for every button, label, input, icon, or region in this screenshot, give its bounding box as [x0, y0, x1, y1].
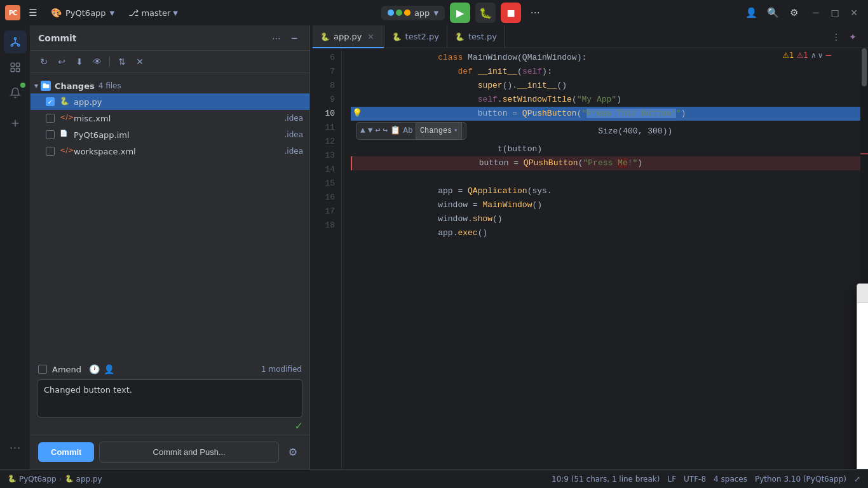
- app-switcher[interactable]: 🎨 PyQt6app ▼: [46, 5, 119, 20]
- code-editor: ⚠1 ⚠1 ∧ ∨ ─ 6 7 8 9 10 11 12 13: [310, 48, 868, 469]
- encoding[interactable]: UTF-8: [684, 475, 706, 484]
- preview-window-title: My App: [862, 288, 868, 298]
- breadcrumb-separator: ›: [59, 475, 62, 484]
- eye-icon[interactable]: 👁: [90, 55, 104, 69]
- svg-rect-8: [11, 69, 14, 72]
- time-icon[interactable]: 🕐: [89, 364, 100, 374]
- maximize-button[interactable]: □: [826, 4, 844, 22]
- tab-label-test2py: test2.py: [405, 32, 439, 41]
- branch-selector[interactable]: ⎇ master ▼: [123, 5, 183, 20]
- file-name-status[interactable]: app.py: [76, 475, 102, 484]
- changes-label: Changes: [55, 81, 95, 91]
- tab-bar-actions: ⋮ ✦: [829, 29, 865, 44]
- changes-dropdown[interactable]: Changes ▾: [416, 122, 462, 140]
- diff-undo-icon[interactable]: ↩: [376, 124, 381, 138]
- scroll-error-line: [860, 153, 868, 154]
- amend-label: Amend: [52, 365, 81, 374]
- user-select-icon[interactable]: 👤: [104, 364, 114, 374]
- diff-down-arrow[interactable]: ▼: [368, 124, 373, 138]
- wc-selector[interactable]: app ▼: [381, 6, 445, 20]
- file-icon-status: 🐍: [65, 475, 74, 483]
- diff-redo-icon[interactable]: ↪: [383, 124, 388, 138]
- user-icon[interactable]: 👤: [742, 4, 760, 22]
- main-layout: ⋯ Commit ⋯ ─ ↻ ↩ ⬇ 👁 ⇅ ✕ ▾ Chan: [0, 25, 868, 469]
- line-ending[interactable]: LF: [667, 475, 676, 484]
- tab-more-icon[interactable]: ⋮: [829, 29, 844, 44]
- scroll-thumb[interactable]: [862, 48, 867, 86]
- commit-button[interactable]: Commit: [38, 442, 94, 462]
- settings-icon[interactable]: ⚙: [785, 4, 803, 22]
- tab-label-testpy: test.py: [468, 32, 497, 41]
- file-checkbox-pyqt6iml[interactable]: [46, 130, 55, 139]
- language[interactable]: Python 3.10 (PyQt6app): [755, 475, 846, 484]
- search-icon[interactable]: 🔍: [764, 4, 782, 22]
- column-expand-icon[interactable]: ⤢: [854, 475, 860, 484]
- changes-folder-icon: [41, 81, 51, 91]
- hamburger-menu[interactable]: ☰: [24, 4, 42, 22]
- svg-line-5: [15, 43, 18, 44]
- debug-button[interactable]: 🐛: [475, 3, 496, 23]
- more-options-icon[interactable]: ⋯: [269, 30, 284, 46]
- undo-icon[interactable]: ↩: [55, 55, 69, 69]
- sort-icon[interactable]: ⇅: [115, 55, 129, 69]
- amend-checkbox[interactable]: [38, 365, 47, 374]
- cursor-position[interactable]: 10:9 (51 chars, 1 line break): [552, 475, 660, 484]
- changes-header[interactable]: ▾ Changes 4 files: [31, 78, 309, 93]
- more-options[interactable]: ⋯: [526, 4, 544, 22]
- ai-assistant-icon[interactable]: ✦: [845, 29, 860, 44]
- svg-point-1: [11, 44, 13, 46]
- sidebar-icons: ⋯: [0, 25, 31, 469]
- commit-push-button[interactable]: Commit and Push...: [99, 442, 279, 463]
- amend-row: Amend 🕐 👤 1 modified: [31, 359, 309, 379]
- editor-area: 🐍 app.py ✕ 🐍 test2.py 🐍 test.py ⋮ ✦ ⚠1: [310, 25, 868, 469]
- file-item-apppy[interactable]: 🐍 app.py: [31, 93, 309, 110]
- sidebar-icon-structure[interactable]: [4, 56, 27, 79]
- stop-button[interactable]: ■: [501, 3, 521, 23]
- file-checkbox-apppy[interactable]: [46, 97, 55, 106]
- file-item-workspacexml[interactable]: </> workspace.xml .idea: [31, 143, 309, 159]
- close-button[interactable]: ✕: [845, 4, 863, 22]
- download-icon[interactable]: ⬇: [72, 55, 86, 69]
- diff-ab-icon[interactable]: Ab: [403, 124, 413, 138]
- code-line-18: app.exec(): [351, 226, 868, 240]
- bulb-icon[interactable]: 💡: [352, 107, 362, 121]
- sidebar-icon-git[interactable]: [4, 30, 27, 53]
- commit-message-input[interactable]: Changed button text.: [37, 379, 303, 417]
- sidebar-icon-dots[interactable]: ⋯: [4, 436, 27, 459]
- xml-file-icon: </>: [60, 113, 70, 123]
- file-checkbox-miscxml[interactable]: [46, 114, 55, 123]
- refresh-icon[interactable]: ↻: [37, 55, 51, 69]
- status-bar: 🐍 PyQt6app › 🐍 app.py 10:9 (51 chars, 1 …: [0, 469, 868, 488]
- tab-testpy[interactable]: 🐍 test.py: [447, 25, 505, 48]
- indent[interactable]: 4 spaces: [714, 475, 747, 484]
- tab-test2py[interactable]: 🐍 test2.py: [384, 25, 447, 48]
- tab-py-icon3: 🐍: [455, 32, 465, 41]
- tab-bar: 🐍 app.py ✕ 🐍 test2.py 🐍 test.py ⋮ ✦: [310, 25, 868, 48]
- run-button[interactable]: ▶: [450, 3, 470, 23]
- preview-titlebar: My App ─ ✕: [857, 284, 868, 303]
- file-item-miscxml[interactable]: </> misc.xml .idea: [31, 110, 309, 126]
- commit-panel: Commit ⋯ ─ ↻ ↩ ⬇ 👁 ⇅ ✕ ▾ Changes 4 files: [31, 25, 310, 469]
- commit-panel-header: Commit ⋯ ─: [31, 25, 309, 51]
- collapse-icon[interactable]: ─: [287, 30, 302, 46]
- tab-close-apppy[interactable]: ✕: [366, 32, 376, 42]
- file-item-pyqt6iml[interactable]: 📄 PyQt6app.iml .idea: [31, 126, 309, 143]
- sidebar-icon-notifications[interactable]: [4, 81, 27, 104]
- diff-up-arrow[interactable]: ▲: [360, 124, 365, 138]
- close-all-icon[interactable]: ✕: [133, 55, 147, 69]
- iml-file-icon: 📄: [60, 130, 70, 140]
- tab-apppy[interactable]: 🐍 app.py ✕: [313, 25, 384, 48]
- code-content[interactable]: class MainWindow(QMainWindow): def __ini…: [342, 48, 868, 469]
- code-line-11: ▲ ▼ ↩ ↪ 📋 Ab Changes ▾ Size: [351, 121, 868, 142]
- changes-count: 4 files: [98, 81, 121, 90]
- project-name[interactable]: PyQt6app: [19, 475, 57, 484]
- svg-point-0: [14, 37, 16, 39]
- changes-chevron-down: ▾: [454, 124, 458, 138]
- titlebar-center: app ▼ ▶ 🐛 ■ ⋯: [187, 3, 738, 23]
- diff-copy-icon[interactable]: 📋: [390, 124, 400, 138]
- sidebar-icon-diff[interactable]: [4, 112, 27, 135]
- project-icon: 🐍: [8, 475, 17, 483]
- file-checkbox-workspacexml[interactable]: [46, 147, 55, 156]
- commit-settings-icon[interactable]: ⚙: [284, 444, 302, 461]
- minimize-button[interactable]: ─: [807, 4, 825, 22]
